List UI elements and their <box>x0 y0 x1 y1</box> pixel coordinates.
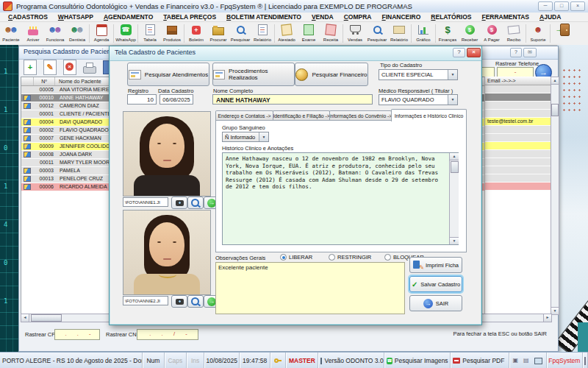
chevron-down-icon[interactable]: ▼ <box>259 132 268 141</box>
chevron-down-icon[interactable]: ▼ <box>448 70 457 79</box>
magnifier-icon[interactable] <box>187 197 204 209</box>
row-email[interactable] <box>485 174 551 183</box>
monitor-icon[interactable] <box>534 358 542 364</box>
row-email[interactable]: teste@testel.com.br <box>485 118 551 126</box>
pesquisar-financeiro-button[interactable]: Pesquisar Financeiro <box>295 63 368 86</box>
toolbar-relatorio[interactable]: Relatório <box>251 22 273 45</box>
pesquisar-atendimentos-button[interactable]: Pesquisar Atendimentos <box>127 63 209 86</box>
toolbar-paciente[interactable]: ☻☻Paciente <box>0 22 22 45</box>
scrollbar-thumb[interactable] <box>551 104 559 116</box>
tab-informacoes-convenio[interactable]: Informações do Convênio -> <box>329 110 392 121</box>
row-email[interactable] <box>485 142 551 150</box>
radio-icon[interactable] <box>384 254 391 261</box>
print-icon[interactable] <box>83 66 96 74</box>
scroll-down-icon[interactable]: ▼ <box>450 237 459 244</box>
scroll-up-icon[interactable]: ▲ <box>551 77 559 85</box>
toolbar-exame[interactable]: Exame <box>298 22 320 45</box>
toolbar-suporte[interactable]: ☻Suporte <box>527 22 549 45</box>
menu-agendamento[interactable]: AGENDAMENTO <box>98 13 158 21</box>
nome-completo-field[interactable]: ANNE HATHAWAY <box>212 94 373 105</box>
row-email[interactable] <box>485 93 551 102</box>
toolbar-funciona[interactable]: ☻☻Funciona <box>44 22 66 45</box>
toolbar-atestado[interactable]: Atestado <box>276 22 298 45</box>
delete-record-icon[interactable]: × <box>63 60 76 75</box>
cnpj-input[interactable]: . . / - <box>137 329 198 340</box>
sair-button[interactable]: → SAIR <box>409 295 462 311</box>
photo1-path-field[interactable]: \FOTO\ANNIE1.JI <box>123 197 168 207</box>
chevron-down-icon[interactable]: ▼ <box>448 95 457 105</box>
menu-whatsapp[interactable]: WHATSAPP <box>53 13 98 21</box>
photo2-path-field[interactable]: \FOTO\ANNIE2.JI <box>123 296 168 305</box>
dialog-close-button[interactable]: × <box>467 48 481 57</box>
scroll-left-icon[interactable]: ◄ <box>21 314 29 322</box>
tipo-cadastro-select[interactable]: CLIENTE ESPECIAL▼ <box>379 69 458 80</box>
dialog-titlebar[interactable]: Tela Cadastro de Pacientes <box>110 46 481 61</box>
toolbar-dentista[interactable]: ☻☻Dentista <box>66 22 88 45</box>
row-email[interactable] <box>485 134 551 142</box>
panel-mail-icon[interactable]: ✉ <box>523 48 537 57</box>
toolbar-whatsapp[interactable]: ☎WhatsApp <box>115 22 137 45</box>
header-num[interactable]: Nº <box>34 77 55 85</box>
radio-liberar[interactable]: LIBERAR <box>280 254 312 261</box>
menu-compra[interactable]: COMPRA <box>339 13 377 21</box>
toolbar-exit[interactable]: → <box>551 22 573 45</box>
data-cadastro-field[interactable]: 06/08/2025 <box>159 94 193 105</box>
row-email[interactable] <box>485 183 551 191</box>
row-email[interactable] <box>485 102 551 110</box>
toolbar-receita[interactable]: Receita <box>320 22 342 45</box>
radio-restringir[interactable]: RESTRINGIR <box>329 254 371 261</box>
tab-historico-clinico[interactable]: Informações e Histórico Clinico <box>391 109 467 121</box>
cpf-input[interactable]: . . - <box>54 329 100 340</box>
status-pesquisar-imagens[interactable]: ☎ Pesquisar Imagens <box>384 353 451 368</box>
toolbar-agenda[interactable]: Agenda <box>90 22 112 45</box>
toolbar-vendas[interactable]: Vendas <box>344 22 366 45</box>
toolbar-relatorio-venda[interactable]: Relatório <box>388 22 410 45</box>
toolbar-produtos[interactable]: Produtos <box>161 22 183 45</box>
menu-ajuda[interactable]: AJUDA <box>534 13 566 21</box>
maximize-button[interactable]: □ <box>554 1 569 11</box>
vertical-scrollbar[interactable]: ▲ ▼ <box>551 77 559 315</box>
menu-financeiro[interactable]: FINANCEIRO <box>376 13 426 21</box>
add-record-icon[interactable]: + <box>24 60 37 75</box>
magnifier-icon[interactable] <box>187 295 204 308</box>
menu-tabela-precos[interactable]: TABELA PREÇOS <box>158 13 221 21</box>
grupo-sanguineo-select[interactable]: Ñ Informado▼ <box>222 132 269 142</box>
row-email[interactable] <box>485 158 551 166</box>
dialog-help-button[interactable]: ? <box>453 48 465 57</box>
header-email[interactable]: Email ->->-> <box>485 77 551 85</box>
toolbar-recibo[interactable]: Recibo <box>503 22 525 45</box>
toolbar-boletim[interactable]: +Boletim <box>185 22 207 45</box>
edit-record-icon[interactable]: ✎ <box>43 60 57 75</box>
close-button[interactable]: × <box>570 1 585 11</box>
scrollbar-thumb[interactable] <box>31 314 62 322</box>
menu-cadastros[interactable]: CADASTROS <box>3 13 53 21</box>
radio-icon[interactable] <box>329 254 335 261</box>
row-email[interactable] <box>485 110 551 118</box>
tab-endereco-contatos[interactable]: Endereço e Contatos -> <box>215 110 273 121</box>
menu-ferramentas[interactable]: FERRAMENTAS <box>476 13 534 21</box>
menu-venda[interactable]: VENDA <box>306 13 339 21</box>
procedimentos-realizados-button[interactable]: Procedimentos Realizados <box>212 63 295 86</box>
toolbar-a-pagar[interactable]: $A Pagar <box>481 22 503 45</box>
observacoes-textarea[interactable]: Excelente paciente <box>215 262 405 314</box>
toolbar-pesquisar-venda[interactable]: Pesquisar <box>366 22 388 45</box>
toolbar-financas[interactable]: $Finanças <box>437 22 459 45</box>
status-pesquisar-pdf[interactable]: Pesquisar PDF <box>451 353 509 368</box>
toolbar-pesquisar[interactable]: Pesquisar <box>229 22 251 45</box>
historico-textarea[interactable]: Anne Hathaway nasceu o 12 de novembro de… <box>222 152 459 245</box>
salvar-cadastro-button[interactable]: ✓ Salvar Cadastro <box>409 276 462 292</box>
folder-icon[interactable]: ▣ <box>513 358 519 364</box>
header-name[interactable]: Nome do Paciente <box>55 77 101 85</box>
row-email[interactable] <box>485 126 551 134</box>
toolbar-tabela[interactable]: Tabela <box>139 22 161 45</box>
medico-select[interactable]: FLAVIO QUADRADO▼ <box>379 94 458 105</box>
row-email[interactable] <box>485 166 551 174</box>
scroll-up-icon[interactable]: ▲ <box>450 153 459 160</box>
radio-selected-icon[interactable] <box>280 254 287 261</box>
toolbar-grafico[interactable]: Gráfico <box>412 22 434 45</box>
registro-field[interactable]: 10 <box>127 94 157 105</box>
row-email[interactable] <box>485 150 551 158</box>
row-email[interactable] <box>485 85 551 93</box>
imprimir-ficha-button[interactable]: ✎ Imprimi Ficha <box>409 257 462 273</box>
toolbar-aniver[interactable]: Aniver <box>22 22 44 45</box>
